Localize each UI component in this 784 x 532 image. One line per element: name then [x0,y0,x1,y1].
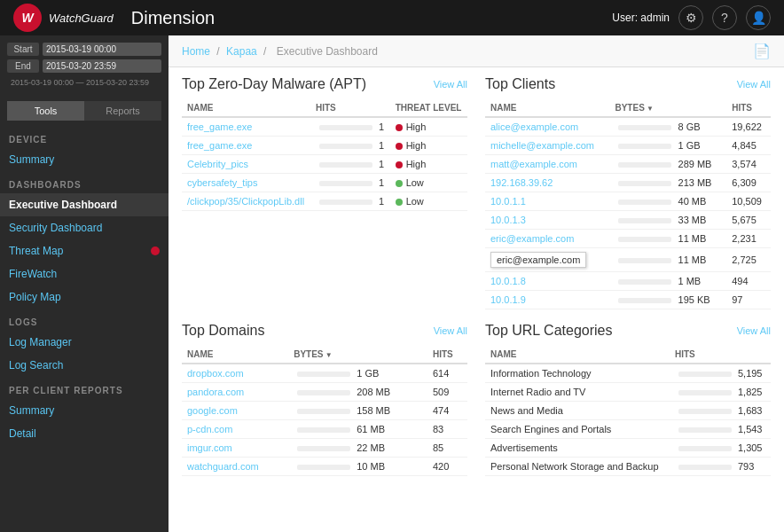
client-name-cell[interactable]: 10.0.1.8 [485,272,609,291]
client-bytes-cell: 11 MB [609,230,726,248]
apt-name-cell[interactable]: free_game.exe [182,117,310,137]
tools-button[interactable]: Tools [7,101,84,121]
client-hits-cell: 494 [726,272,771,291]
table-row: free_game.exe 1 High [182,137,467,155]
client-bytes-cell: 40 MB [609,192,726,211]
table-row: eric@example.com 11 MB 2,725 [485,248,771,272]
apt-threat-cell: Low [390,174,467,192]
clients-header: Top Clients View All [485,76,771,92]
apt-name-cell[interactable]: free_game.exe [182,137,310,155]
sidebar-item-executive-dashboard[interactable]: Executive Dashboard [0,193,169,216]
apt-bar [319,162,372,168]
domain-name-cell[interactable]: p-cdn.com [182,420,288,439]
table-row: Internet Radio and TV 1,825 [485,383,771,402]
domains-col-bytes[interactable]: BYTES [288,346,427,364]
domain-name-cell[interactable]: watchguard.com [182,458,288,476]
apt-name-cell[interactable]: /clickpop/35/ClickpopLib.dll [182,192,310,211]
logo-text: WatchGuard [49,12,114,25]
settings-icon[interactable]: ⚙ [678,5,703,30]
client-hits-cell: 2,231 [726,230,771,248]
reports-button[interactable]: Reports [84,101,161,121]
end-date-input[interactable]: 2015-03-20 23:59 [43,59,161,73]
url-bar [678,372,732,377]
domain-hits-cell: 83 [427,420,467,439]
domain-hits-cell: 474 [427,402,467,420]
app-title: Dimension [131,8,613,28]
client-name-cell[interactable]: eric@example.com [485,230,609,248]
domains-table: NAME BYTES HITS dropbox.com 1 GB 614 pan… [182,346,467,476]
domain-name-cell[interactable]: dropbox.com [182,364,288,383]
table-row: imgur.com 22 MB 85 [182,439,467,458]
pdf-icon[interactable]: 📄 [753,43,771,59]
client-name-cell[interactable]: 10.0.1.1 [485,192,609,211]
sidebar-item-log-manager[interactable]: Log Manager [0,331,169,354]
client-name-cell[interactable]: alice@example.com [485,117,609,137]
clients-col-bytes[interactable]: BYTES [609,99,726,117]
breadcrumb-home[interactable]: Home [182,45,210,58]
start-date-input[interactable]: 2015-03-19 00:00 [43,43,161,56]
client-bytes-cell: 11 MB [609,248,726,272]
apt-view-all[interactable]: View All [434,79,467,90]
logs-section-title: LOGS [0,309,169,331]
sidebar: Start 2015-03-19 00:00 End 2015-03-20 23… [0,35,169,532]
end-label: End [7,59,39,73]
table-row: Advertisements 1,305 [485,439,771,458]
domain-name-cell[interactable]: google.com [182,402,288,420]
help-icon[interactable]: ? [712,5,737,30]
client-bytes-cell: 33 MB [609,211,726,230]
client-name-cell[interactable]: 10.0.1.9 [485,291,609,309]
client-name-cell[interactable]: michelle@example.com [485,137,609,155]
sidebar-item-log-search[interactable]: Log Search [0,354,169,377]
table-row: matt@example.com 289 MB 3,574 [485,155,771,174]
url-header: Top URL Categories View All [485,323,771,339]
user-icon[interactable]: 👤 [746,5,771,30]
domain-bytes-cell: 1 GB [288,364,427,383]
table-row: p-cdn.com 61 MB 83 [182,420,467,439]
client-bar [618,258,671,263]
sidebar-item-firewatch[interactable]: FireWatch [0,262,169,286]
table-row: Personal Network Storage and Backup 793 [485,458,771,476]
client-hits-cell: 10,509 [726,192,771,211]
client-name-cell[interactable]: eric@example.com [485,248,609,272]
sidebar-item-detail[interactable]: Detail [0,422,169,445]
client-bytes-cell: 195 KB [609,291,726,309]
breadcrumb-kapaa[interactable]: Kapaa [226,45,257,58]
client-name-cell[interactable]: matt@example.com [485,155,609,174]
table-row: michelle@example.com 1 GB 4,845 [485,137,771,155]
client-bar [618,279,671,285]
client-bytes-cell: 289 MB [609,155,726,174]
apt-section: Top Zero-Day Malware (APT) View All NAME… [182,76,467,309]
table-row: eric@example.com 11 MB 2,231 [485,230,771,248]
client-hits-cell: 3,574 [726,155,771,174]
url-bar [678,390,732,395]
client-name-cell[interactable]: 10.0.1.3 [485,211,609,230]
apt-name-cell[interactable]: Celebrity_pics [182,155,310,174]
table-row: News and Media 1,683 [485,402,771,420]
table-row: /clickpop/35/ClickpopLib.dll 1 Low [182,192,467,211]
client-name-cell[interactable]: 192.168.39.62 [485,174,609,192]
client-hits-cell: 5,675 [726,211,771,230]
url-hits-cell: 1,825 [670,383,771,402]
sidebar-item-threat-map[interactable]: Threat Map [0,239,169,262]
sidebar-item-policy-map[interactable]: Policy Map [0,286,169,309]
domain-name-cell[interactable]: pandora.com [182,383,288,402]
threat-dot-icon [396,180,403,187]
table-row: Celebrity_pics 1 High [182,155,467,174]
apt-name-cell[interactable]: cybersafety_tips [182,174,310,192]
table-row: cybersafety_tips 1 Low [182,174,467,192]
sidebar-item-summary[interactable]: Summary [0,148,169,171]
domain-bar [297,372,350,377]
domains-section: Top Domains View All NAME BYTES HITS dro… [182,323,467,476]
threat-dot-icon [396,124,403,131]
tooltip-box: eric@example.com [490,252,586,268]
sidebar-item-security-dashboard[interactable]: Security Dashboard [0,216,169,239]
sidebar-item-per-client-summary[interactable]: Summary [0,399,169,422]
domain-name-cell[interactable]: imgur.com [182,439,288,458]
client-bar [618,144,671,149]
domains-col-name: NAME [182,346,288,364]
url-view-all[interactable]: View All [737,325,771,336]
clients-view-all[interactable]: View All [737,79,771,90]
domains-view-all[interactable]: View All [434,325,467,336]
main-layout: Start 2015-03-19 00:00 End 2015-03-20 23… [0,35,784,532]
table-row: pandora.com 208 MB 509 [182,383,467,402]
